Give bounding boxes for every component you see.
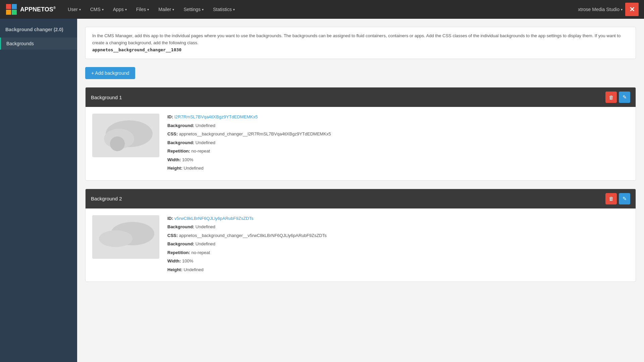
- edit-icon: ✎: [623, 94, 627, 100]
- studio-label: xtrose Media Studio: [578, 7, 620, 12]
- close-button[interactable]: ✕: [625, 3, 639, 16]
- add-background-button[interactable]: + Add background: [85, 67, 135, 79]
- sidebar-heading: Background changer (2.0): [0, 24, 77, 38]
- bg1-width-value: 100%: [182, 157, 193, 162]
- background-card-1-header: Background 1 🗑 ✎: [86, 87, 636, 107]
- background-1-actions: 🗑 ✎: [605, 92, 630, 103]
- bg1-id-row: ID: l2R7RmSL7BVqa4tlXBgz9YTdEDMEMKx5: [167, 114, 629, 120]
- bg2-id-row: ID: v5rwC8kLBrNF6QJLly6pARubF9ZsZDTs: [167, 215, 629, 222]
- navbar: APPNETOS® User ▾ CMS ▾ Apps ▾ Files ▾ Ma…: [0, 0, 644, 19]
- apps-caret-icon: ▾: [125, 8, 127, 11]
- bg1-width-row: Width: 100%: [167, 157, 629, 163]
- settings-caret-icon: ▾: [202, 8, 204, 11]
- bg2-repetition-row: Repetition: no-repeat: [167, 249, 629, 256]
- background-2-edit-button[interactable]: ✎: [619, 193, 630, 204]
- bg2-background-value: Undefined: [196, 224, 215, 229]
- bg2-css-label: CSS:: [167, 233, 178, 238]
- background-2-preview: [92, 215, 159, 259]
- nav-item-apps[interactable]: Apps ▾: [109, 5, 131, 14]
- bg1-background2-row: Background: Undefined: [167, 139, 629, 146]
- brand: APPNETOS®: [5, 3, 56, 15]
- nav-item-files[interactable]: Files ▾: [132, 5, 153, 14]
- svg-point-11: [99, 230, 132, 247]
- bg2-background-row: Background: Undefined: [167, 224, 629, 230]
- bg1-width-label: Width:: [167, 157, 181, 162]
- bg2-css-value: appnetos__background_changer__v5rwC8kLBr…: [179, 233, 327, 238]
- bg2-id-value: v5rwC8kLBrNF6QJLly6pARubF9ZsZDTs: [174, 216, 254, 221]
- bg1-background-value: Undefined: [196, 123, 215, 128]
- files-caret-icon: ▾: [147, 8, 149, 11]
- bg2-repetition-value: no-repeat: [192, 250, 210, 255]
- navbar-right: xtrose Media Studio ▾ ✕: [578, 3, 639, 16]
- trash-icon: 🗑: [609, 95, 614, 100]
- studio-dropdown[interactable]: xtrose Media Studio ▾: [578, 7, 623, 12]
- background-card-1: Background 1 🗑 ✎: [85, 87, 636, 181]
- background-1-body: ID: l2R7RmSL7BVqa4tlXBgz9YTdEDMEMKx5 Bac…: [86, 107, 636, 180]
- nav-item-user[interactable]: User ▾: [64, 5, 85, 14]
- bg2-height-value: Undefined: [183, 267, 203, 272]
- bg1-css-row: CSS: appnetos__background_changer__l2R7R…: [167, 131, 629, 137]
- sidebar-item-backgrounds[interactable]: Backgrounds: [0, 38, 77, 50]
- info-box: In the CMS Manager, add this app to the …: [85, 27, 636, 59]
- bg1-background2-value: Undefined: [196, 140, 215, 145]
- bg1-height-label: Height:: [167, 166, 182, 171]
- bg1-repetition-value: no-repeat: [192, 148, 210, 154]
- bg1-css-value: appnetos__background_changer__l2R7RmSL7B…: [179, 131, 331, 136]
- nav-item-settings[interactable]: Settings ▾: [179, 5, 208, 14]
- cms-caret-icon: ▾: [102, 8, 104, 11]
- bg1-background-row: Background: Undefined: [167, 122, 629, 129]
- bg1-background-label: Background:: [167, 123, 194, 128]
- bg2-background2-row: Background: Undefined: [167, 241, 629, 247]
- background-card-2: Background 2 🗑 ✎: [85, 189, 636, 282]
- user-caret-icon: ▾: [79, 8, 81, 11]
- bg2-width-row: Width: 100%: [167, 258, 629, 264]
- info-text: In the CMS Manager, add this app to the …: [92, 33, 629, 47]
- background-2-body: ID: v5rwC8kLBrNF6QJLly6pARubF9ZsZDTs Bac…: [86, 208, 636, 282]
- svg-rect-1: [6, 4, 11, 9]
- bg2-repetition-label: Repetition:: [167, 250, 190, 255]
- brand-title: APPNETOS®: [20, 6, 56, 13]
- background-1-title: Background 1: [91, 95, 122, 100]
- statistics-caret-icon: ▾: [233, 8, 235, 11]
- bg2-background2-value: Undefined: [196, 241, 215, 246]
- bg1-id-value: l2R7RmSL7BVqa4tlXBgz9YTdEDMEMKx5: [174, 114, 258, 119]
- svg-point-8: [110, 136, 125, 151]
- bg2-id-label: ID:: [167, 216, 173, 221]
- mailer-caret-icon: ▾: [172, 8, 174, 11]
- svg-rect-2: [12, 4, 17, 9]
- studio-caret-icon: ▾: [621, 8, 623, 11]
- nav-item-mailer[interactable]: Mailer ▾: [154, 5, 178, 14]
- svg-rect-3: [6, 10, 11, 15]
- bg1-repetition-row: Repetition: no-repeat: [167, 148, 629, 155]
- bg2-height-label: Height:: [167, 267, 182, 272]
- bg2-css-row: CSS: appnetos__background_changer__v5rwC…: [167, 232, 629, 239]
- bg1-height-value: Undefined: [183, 166, 203, 171]
- background-1-edit-button[interactable]: ✎: [619, 92, 630, 103]
- background-1-details: ID: l2R7RmSL7BVqa4tlXBgz9YTdEDMEMKx5 Bac…: [167, 114, 629, 174]
- bg1-id-label: ID:: [167, 114, 173, 119]
- sidebar-item-label: Backgrounds: [6, 41, 34, 46]
- bg2-height-row: Height: Undefined: [167, 266, 629, 273]
- svg-rect-4: [12, 10, 17, 15]
- background-2-details: ID: v5rwC8kLBrNF6QJLly6pARubF9ZsZDTs Bac…: [167, 215, 629, 275]
- background-2-delete-button[interactable]: 🗑: [605, 193, 617, 204]
- background-2-title: Background 2: [91, 196, 122, 201]
- bg1-height-row: Height: Undefined: [167, 165, 629, 172]
- bg2-width-label: Width:: [167, 258, 181, 263]
- info-code: appnetos__background_changer__1030: [92, 47, 629, 54]
- main-content: In the CMS Manager, add this app to the …: [77, 19, 644, 362]
- bg2-width-value: 100%: [182, 258, 193, 263]
- background-1-preview: [92, 114, 159, 157]
- trash-icon-2: 🗑: [609, 196, 614, 201]
- main-nav: User ▾ CMS ▾ Apps ▾ Files ▾ Mailer ▾ Set…: [64, 5, 578, 14]
- background-1-delete-button[interactable]: 🗑: [605, 92, 617, 103]
- nav-item-statistics[interactable]: Statistics ▾: [209, 5, 239, 14]
- edit-icon-2: ✎: [623, 196, 627, 202]
- appnetos-logo-icon: [5, 3, 17, 15]
- bg1-background2-label: Background:: [167, 140, 194, 145]
- bg1-repetition-label: Repetition:: [167, 148, 190, 154]
- background-card-2-header: Background 2 🗑 ✎: [86, 189, 636, 208]
- app-layout: Background changer (2.0) Backgrounds In …: [0, 19, 644, 362]
- nav-item-cms[interactable]: CMS ▾: [86, 5, 108, 14]
- bg2-background2-label: Background:: [167, 241, 194, 246]
